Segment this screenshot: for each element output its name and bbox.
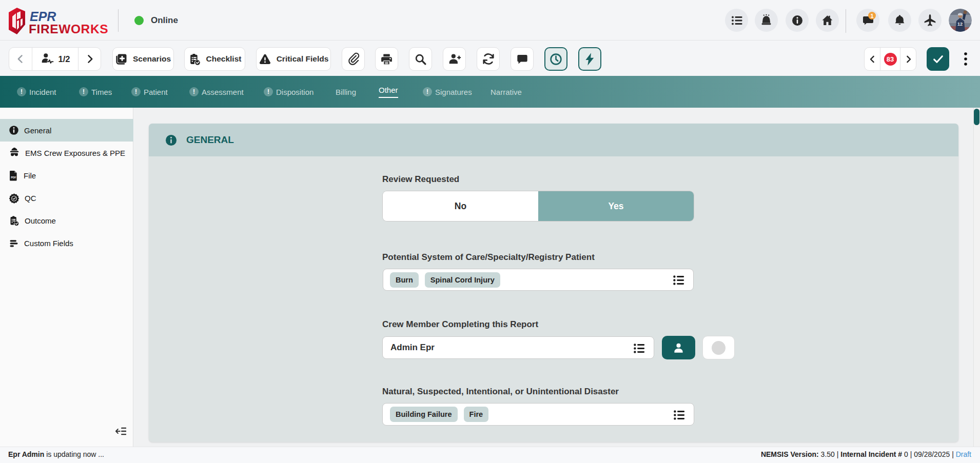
- svg-text:PDF: PDF: [11, 175, 16, 178]
- svg-text:FIREWORKS: FIREWORKS: [29, 22, 108, 35]
- svg-text:EPR: EPR: [30, 9, 56, 24]
- svg-text:12: 12: [957, 22, 963, 27]
